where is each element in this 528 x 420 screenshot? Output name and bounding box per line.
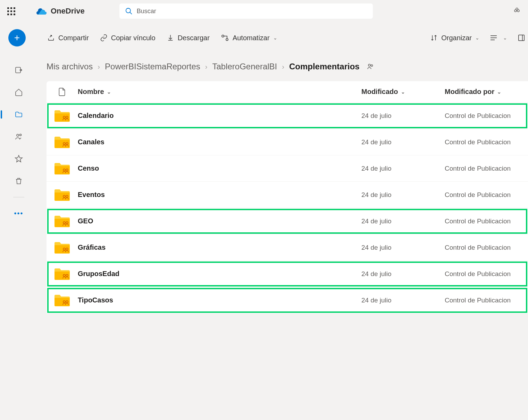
app-name-label: OneDrive	[51, 7, 85, 16]
automate-icon	[221, 34, 229, 42]
svg-point-0	[126, 8, 131, 13]
row-name[interactable]: Eventos	[78, 191, 361, 199]
organize-button[interactable]: Organizar ⌄	[430, 34, 479, 42]
shared-folder-icon	[54, 109, 70, 122]
row-name[interactable]: Calendario	[78, 112, 361, 120]
app-launcher-icon[interactable]	[4, 4, 18, 18]
people-icon	[14, 132, 23, 141]
row-modified-by: Control de Publicacion	[445, 138, 528, 146]
download-label: Descargar	[178, 34, 210, 42]
row-name[interactable]: Canales	[78, 138, 361, 146]
table-row[interactable]: GruposEdad24 de julioControl de Publicac…	[47, 261, 528, 287]
chevron-down-icon: ⌄	[401, 89, 405, 95]
table-row[interactable]: Calendario24 de julioControl de Publicac…	[47, 103, 528, 129]
chevron-right-icon: ›	[205, 63, 208, 71]
shared-folder-icon	[54, 162, 70, 175]
chevron-right-icon: ›	[98, 63, 100, 71]
row-modified: 24 de julio	[361, 244, 445, 251]
row-name[interactable]: Censo	[78, 164, 361, 172]
onedrive-icon	[36, 7, 47, 15]
svg-point-3	[514, 10, 517, 12]
folder-cell	[47, 215, 78, 228]
sidebar-item-signout[interactable]	[12, 64, 26, 76]
svg-point-16	[368, 64, 370, 66]
row-modified: 24 de julio	[361, 217, 445, 225]
sort-icon	[430, 34, 438, 42]
automate-button[interactable]: Automatizar ⌄	[221, 34, 277, 42]
view-options-button[interactable]: ⌄	[490, 34, 507, 41]
copy-link-label: Copiar vínculo	[111, 34, 156, 42]
shared-folder-icon	[54, 241, 70, 254]
row-modified-by: Control de Publicacion	[445, 244, 528, 251]
trash-icon	[14, 177, 23, 185]
share-button[interactable]: Compartir	[47, 34, 89, 42]
home-icon	[14, 88, 23, 96]
folder-cell	[47, 109, 78, 122]
row-modified-by: Control de Publicacion	[445, 165, 528, 172]
table-header-row: Nombre ⌄ Modificado ⌄ Modificado por ⌄	[47, 81, 528, 103]
column-modified[interactable]: Modificado ⌄	[361, 88, 445, 96]
table-row[interactable]: TipoCasos24 de julioControl de Publicaci…	[47, 287, 528, 314]
app-logo[interactable]: OneDrive	[36, 7, 85, 16]
row-modified: 24 de julio	[361, 112, 445, 120]
row-modified: 24 de julio	[361, 270, 445, 278]
new-button[interactable]: +	[8, 29, 26, 46]
folder-cell	[47, 294, 78, 307]
chevron-down-icon: ⌄	[503, 35, 507, 41]
shared-folder-icon	[54, 136, 70, 149]
table-row[interactable]: Censo24 de julioControl de Publicacion	[47, 155, 528, 182]
column-name[interactable]: Nombre ⌄	[78, 88, 361, 96]
sidebar-item-recycle[interactable]	[12, 175, 26, 187]
svg-point-7	[226, 38, 228, 41]
shared-folder-icon	[54, 267, 70, 281]
organize-label: Organizar	[441, 34, 472, 42]
crumb-level-1[interactable]: PowerBISistemaReportes	[105, 62, 200, 71]
column-type[interactable]	[47, 87, 78, 96]
svg-point-6	[222, 35, 224, 37]
table-row[interactable]: Gráficas24 de julioControl de Publicacio…	[47, 234, 528, 261]
plus-icon: +	[14, 33, 20, 43]
chevron-down-icon: ⌄	[497, 89, 501, 95]
sidebar-item-myfiles[interactable]	[12, 108, 26, 121]
ellipsis-icon: •••	[14, 209, 23, 217]
row-name[interactable]: Gráficas	[78, 243, 361, 251]
search-input[interactable]	[137, 8, 367, 15]
table-row[interactable]: Eventos24 de julioControl de Publicacion	[47, 182, 528, 208]
column-modified-by[interactable]: Modificado por ⌄	[445, 88, 528, 96]
row-name[interactable]: GruposEdad	[78, 270, 361, 278]
folder-cell	[47, 267, 78, 281]
shared-folder-icon[interactable]	[366, 62, 375, 71]
share-icon	[47, 34, 55, 42]
chevron-down-icon: ⌄	[273, 35, 277, 41]
svg-rect-11	[519, 35, 525, 41]
sidebar-item-shared[interactable]	[12, 130, 26, 143]
table-row[interactable]: GEO24 de julioControl de Publicacion	[47, 208, 528, 234]
sidebar-item-home[interactable]	[12, 86, 26, 98]
row-name[interactable]: GEO	[78, 217, 361, 225]
shared-folder-icon	[54, 215, 70, 228]
row-modified-by: Control de Publicacion	[445, 191, 528, 199]
row-name[interactable]: TipoCasos	[78, 296, 361, 304]
download-icon	[167, 34, 174, 42]
row-modified: 24 de julio	[361, 138, 445, 146]
command-bar: + Compartir Copiar vínculo Descargar Aut…	[0, 22, 528, 53]
crumb-level-2[interactable]: TableroGeneralBI	[212, 62, 277, 71]
chevron-down-icon: ⌄	[475, 35, 479, 41]
settings-icon[interactable]	[510, 3, 524, 19]
table-row[interactable]: Canales24 de julioControl de Publicacion	[47, 129, 528, 155]
shared-folder-icon	[54, 294, 70, 307]
search-box[interactable]	[119, 3, 373, 19]
star-icon	[14, 155, 23, 163]
download-button[interactable]: Descargar	[167, 34, 210, 42]
crumb-root[interactable]: Mis archivos	[47, 62, 93, 71]
automate-label: Automatizar	[233, 34, 270, 42]
sidebar-item-favorites[interactable]	[12, 153, 26, 165]
folder-cell	[47, 241, 78, 254]
copy-link-button[interactable]: Copiar vínculo	[100, 34, 156, 42]
chevron-down-icon: ⌄	[107, 89, 111, 95]
crumb-current: Complementarios	[289, 62, 360, 71]
row-modified-by: Control de Publicacion	[445, 112, 528, 120]
sidebar-item-more[interactable]: •••	[12, 207, 26, 220]
details-pane-button[interactable]	[518, 34, 525, 42]
shared-folder-icon	[54, 188, 70, 202]
